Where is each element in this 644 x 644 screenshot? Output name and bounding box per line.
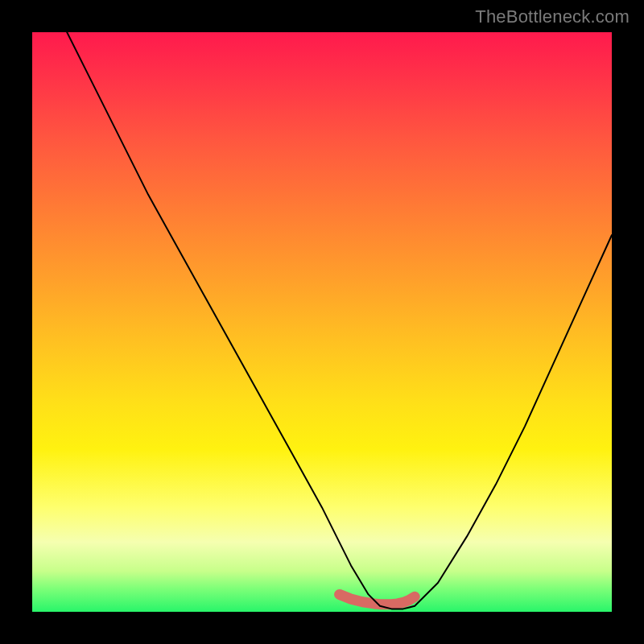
- bottleneck-curve: [67, 32, 612, 609]
- chart-svg: [32, 32, 612, 612]
- watermark-text: TheBottleneck.com: [475, 6, 630, 27]
- plot-area: [32, 32, 612, 612]
- chart-frame: TheBottleneck.com: [0, 0, 644, 644]
